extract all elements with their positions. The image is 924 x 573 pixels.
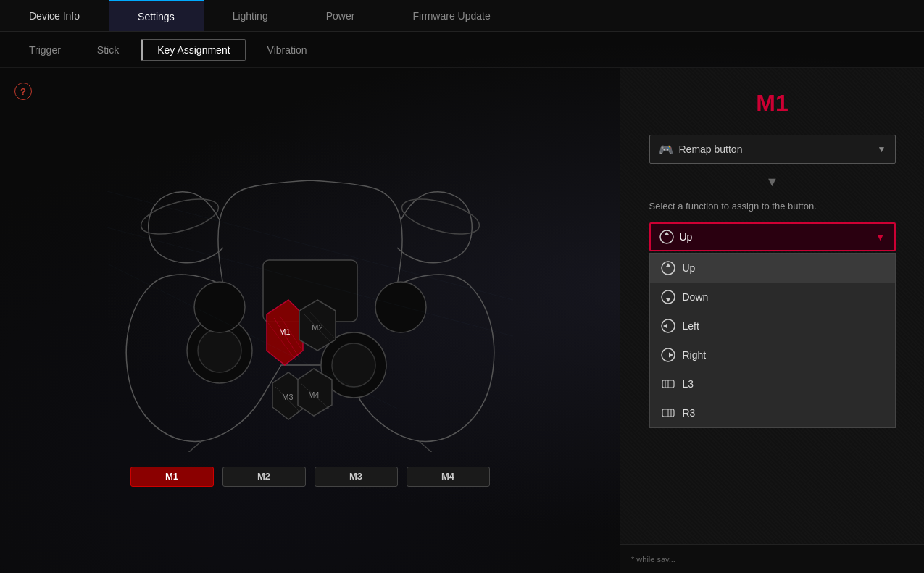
- l3-icon: [661, 377, 675, 391]
- svg-point-4: [198, 329, 241, 372]
- tab-trigger[interactable]: Trigger: [14, 40, 75, 60]
- panel-content: M1 🎮 Remap button ▼ ▼ Select a function …: [620, 68, 924, 443]
- nav-settings[interactable]: Settings: [109, 0, 204, 31]
- option-up[interactable]: Up: [650, 254, 895, 283]
- dropdown-arrow-icon: ▼: [878, 144, 886, 154]
- m-buttons-row: M1 M2 M3 M4: [130, 467, 490, 487]
- gamepad-icon: 🎮: [659, 143, 673, 156]
- panel-title: M1: [756, 90, 788, 117]
- svg-text:M3: M3: [282, 393, 293, 401]
- svg-marker-30: [665, 263, 670, 267]
- option-down[interactable]: Down: [650, 283, 895, 311]
- down-icon: [661, 290, 675, 304]
- svg-marker-36: [669, 353, 673, 358]
- function-dropdown[interactable]: Up ▼: [649, 222, 896, 251]
- svg-point-8: [375, 282, 426, 332]
- function-dropdown-list: Up Down Left: [649, 253, 896, 428]
- option-r3[interactable]: R3: [650, 398, 895, 427]
- nav-firmware-update[interactable]: Firmware Update: [383, 0, 519, 31]
- up-icon: [661, 261, 675, 275]
- m3-button[interactable]: M3: [315, 467, 398, 487]
- m2-button[interactable]: M2: [222, 467, 306, 487]
- tab-key-assignment[interactable]: Key Assignment: [141, 39, 245, 61]
- option-l3[interactable]: L3: [650, 369, 895, 398]
- chevron-down-icon: ▼: [766, 175, 779, 190]
- svg-point-6: [332, 343, 375, 387]
- assign-instruction-text: Select a function to assign to the butto…: [649, 201, 896, 212]
- option-right[interactable]: Right: [650, 340, 895, 369]
- svg-marker-28: [665, 232, 669, 235]
- nav-device-info[interactable]: Device Info: [0, 0, 109, 31]
- r3-icon: [661, 406, 675, 420]
- remap-dropdown[interactable]: 🎮 Remap button ▼: [649, 135, 896, 164]
- controller-image: M1 M2 M3: [107, 155, 513, 459]
- nav-power[interactable]: Power: [297, 0, 384, 31]
- dpad-selected-icon: [659, 230, 674, 244]
- m1-button[interactable]: M1: [130, 467, 214, 487]
- right-icon: [661, 348, 675, 362]
- func-dropdown-arrow-icon: ▼: [875, 231, 886, 243]
- save-bar: * while sav...: [620, 544, 924, 573]
- left-icon: [661, 319, 675, 333]
- nav-lighting[interactable]: Lighting: [204, 0, 297, 31]
- option-left[interactable]: Left: [650, 311, 895, 340]
- tab-stick[interactable]: Stick: [83, 40, 133, 60]
- m4-button[interactable]: M4: [407, 467, 490, 487]
- svg-marker-32: [665, 298, 670, 302]
- svg-point-7: [194, 282, 245, 332]
- controller-area: ?: [0, 68, 620, 573]
- svg-marker-34: [663, 324, 667, 329]
- tab-vibration[interactable]: Vibration: [253, 40, 322, 60]
- main-content: R ?: [0, 68, 924, 573]
- right-panel: M1 🎮 Remap button ▼ ▼ Select a function …: [620, 68, 924, 573]
- top-navigation: Device Info Settings Lighting Power Firm…: [0, 0, 924, 32]
- sub-tabs: Trigger Stick Key Assignment Vibration: [0, 32, 924, 68]
- help-icon[interactable]: ?: [14, 83, 32, 100]
